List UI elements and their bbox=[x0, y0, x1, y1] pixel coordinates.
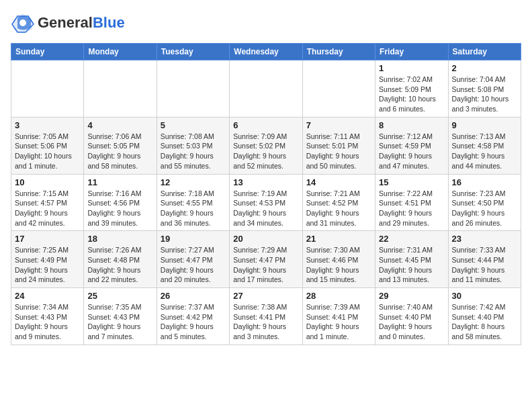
day-cell bbox=[84, 60, 157, 118]
column-header-saturday: Saturday bbox=[448, 44, 521, 60]
day-number: 1 bbox=[379, 63, 444, 73]
day-info: Sunrise: 7:22 AMSunset: 4:51 PMDaylight:… bbox=[379, 189, 444, 228]
day-number: 15 bbox=[379, 177, 444, 187]
day-cell: 19Sunrise: 7:27 AMSunset: 4:47 PMDayligh… bbox=[157, 231, 229, 288]
week-row-4: 17Sunrise: 7:25 AMSunset: 4:49 PMDayligh… bbox=[11, 231, 521, 288]
day-info: Sunrise: 7:31 AMSunset: 4:45 PMDaylight:… bbox=[379, 245, 444, 285]
day-number: 20 bbox=[233, 234, 298, 244]
day-number: 21 bbox=[306, 234, 371, 244]
day-cell: 6Sunrise: 7:09 AMSunset: 5:02 PMDaylight… bbox=[230, 117, 302, 174]
day-cell: 7Sunrise: 7:11 AMSunset: 5:01 PMDaylight… bbox=[302, 117, 375, 174]
day-number: 25 bbox=[87, 291, 152, 301]
day-cell: 5Sunrise: 7:08 AMSunset: 5:03 PMDaylight… bbox=[157, 117, 229, 174]
column-header-tuesday: Tuesday bbox=[157, 44, 229, 60]
day-info: Sunrise: 7:23 AMSunset: 4:50 PMDaylight:… bbox=[452, 189, 517, 228]
day-info: Sunrise: 7:40 AMSunset: 4:40 PMDaylight:… bbox=[379, 302, 444, 342]
logo-icon bbox=[11, 11, 35, 35]
day-info: Sunrise: 7:39 AMSunset: 4:41 PMDaylight:… bbox=[306, 302, 371, 342]
day-number: 19 bbox=[161, 234, 226, 244]
day-info: Sunrise: 7:37 AMSunset: 4:42 PMDaylight:… bbox=[161, 302, 226, 342]
day-info: Sunrise: 7:12 AMSunset: 4:59 PMDaylight:… bbox=[379, 132, 444, 171]
day-number: 12 bbox=[161, 177, 226, 187]
day-info: Sunrise: 7:42 AMSunset: 4:40 PMDaylight:… bbox=[452, 302, 517, 342]
column-header-friday: Friday bbox=[375, 44, 448, 60]
svg-point-3 bbox=[19, 19, 26, 26]
day-number: 3 bbox=[15, 120, 80, 130]
day-number: 8 bbox=[379, 120, 444, 130]
day-cell: 17Sunrise: 7:25 AMSunset: 4:49 PMDayligh… bbox=[11, 231, 84, 288]
logo-text: GeneralBlue bbox=[38, 15, 125, 31]
week-row-2: 3Sunrise: 7:05 AMSunset: 5:06 PMDaylight… bbox=[11, 117, 521, 174]
day-cell: 27Sunrise: 7:38 AMSunset: 4:41 PMDayligh… bbox=[230, 288, 302, 345]
day-info: Sunrise: 7:04 AMSunset: 5:08 PMDaylight:… bbox=[452, 75, 517, 114]
day-cell bbox=[157, 60, 229, 118]
column-header-wednesday: Wednesday bbox=[230, 44, 302, 60]
week-row-1: 1Sunrise: 7:02 AMSunset: 5:09 PMDaylight… bbox=[11, 60, 521, 118]
column-header-monday: Monday bbox=[84, 44, 157, 60]
day-cell: 10Sunrise: 7:15 AMSunset: 4:57 PMDayligh… bbox=[11, 174, 84, 231]
day-number: 11 bbox=[87, 177, 152, 187]
day-cell: 24Sunrise: 7:34 AMSunset: 4:43 PMDayligh… bbox=[11, 288, 84, 345]
day-cell: 9Sunrise: 7:13 AMSunset: 4:58 PMDaylight… bbox=[448, 117, 521, 174]
day-info: Sunrise: 7:29 AMSunset: 4:47 PMDaylight:… bbox=[233, 245, 298, 285]
day-cell: 18Sunrise: 7:26 AMSunset: 4:48 PMDayligh… bbox=[84, 231, 157, 288]
day-info: Sunrise: 7:05 AMSunset: 5:06 PMDaylight:… bbox=[15, 132, 80, 171]
day-cell: 22Sunrise: 7:31 AMSunset: 4:45 PMDayligh… bbox=[375, 231, 448, 288]
logo-blue: Blue bbox=[93, 14, 125, 31]
day-number: 22 bbox=[379, 234, 444, 244]
day-number: 2 bbox=[452, 63, 517, 73]
day-number: 28 bbox=[306, 291, 371, 301]
day-cell: 4Sunrise: 7:06 AMSunset: 5:05 PMDaylight… bbox=[84, 117, 157, 174]
day-cell: 8Sunrise: 7:12 AMSunset: 4:59 PMDaylight… bbox=[375, 117, 448, 174]
day-number: 13 bbox=[233, 177, 298, 187]
day-info: Sunrise: 7:27 AMSunset: 4:47 PMDaylight:… bbox=[161, 245, 226, 285]
day-info: Sunrise: 7:13 AMSunset: 4:58 PMDaylight:… bbox=[452, 132, 517, 171]
day-cell: 26Sunrise: 7:37 AMSunset: 4:42 PMDayligh… bbox=[157, 288, 229, 345]
day-number: 24 bbox=[15, 291, 80, 301]
day-cell: 12Sunrise: 7:18 AMSunset: 4:55 PMDayligh… bbox=[157, 174, 229, 231]
day-number: 14 bbox=[306, 177, 371, 187]
day-cell: 14Sunrise: 7:21 AMSunset: 4:52 PMDayligh… bbox=[302, 174, 375, 231]
day-info: Sunrise: 7:34 AMSunset: 4:43 PMDaylight:… bbox=[15, 302, 80, 342]
day-number: 9 bbox=[452, 120, 517, 130]
day-cell: 2Sunrise: 7:04 AMSunset: 5:08 PMDaylight… bbox=[448, 60, 521, 118]
day-number: 6 bbox=[233, 120, 298, 130]
day-cell: 25Sunrise: 7:35 AMSunset: 4:43 PMDayligh… bbox=[84, 288, 157, 345]
day-info: Sunrise: 7:21 AMSunset: 4:52 PMDaylight:… bbox=[306, 189, 371, 228]
day-info: Sunrise: 7:19 AMSunset: 4:53 PMDaylight:… bbox=[233, 189, 298, 228]
day-info: Sunrise: 7:15 AMSunset: 4:57 PMDaylight:… bbox=[15, 189, 80, 228]
week-row-5: 24Sunrise: 7:34 AMSunset: 4:43 PMDayligh… bbox=[11, 288, 521, 345]
day-number: 10 bbox=[15, 177, 80, 187]
calendar-header-row: SundayMondayTuesdayWednesdayThursdayFrid… bbox=[11, 44, 521, 60]
day-cell: 13Sunrise: 7:19 AMSunset: 4:53 PMDayligh… bbox=[230, 174, 302, 231]
header: GeneralBlue bbox=[11, 11, 521, 35]
day-info: Sunrise: 7:26 AMSunset: 4:48 PMDaylight:… bbox=[87, 245, 152, 285]
day-cell: 1Sunrise: 7:02 AMSunset: 5:09 PMDaylight… bbox=[375, 60, 448, 118]
logo: GeneralBlue bbox=[11, 11, 125, 35]
day-number: 5 bbox=[161, 120, 226, 130]
day-info: Sunrise: 7:16 AMSunset: 4:56 PMDaylight:… bbox=[87, 189, 152, 228]
day-number: 29 bbox=[379, 291, 444, 301]
day-info: Sunrise: 7:02 AMSunset: 5:09 PMDaylight:… bbox=[379, 75, 444, 114]
day-number: 30 bbox=[452, 291, 517, 301]
day-cell: 28Sunrise: 7:39 AMSunset: 4:41 PMDayligh… bbox=[302, 288, 375, 345]
day-cell: 21Sunrise: 7:30 AMSunset: 4:46 PMDayligh… bbox=[302, 231, 375, 288]
day-cell: 30Sunrise: 7:42 AMSunset: 4:40 PMDayligh… bbox=[448, 288, 521, 345]
day-cell: 15Sunrise: 7:22 AMSunset: 4:51 PMDayligh… bbox=[375, 174, 448, 231]
day-cell: 3Sunrise: 7:05 AMSunset: 5:06 PMDaylight… bbox=[11, 117, 84, 174]
day-number: 16 bbox=[452, 177, 517, 187]
day-info: Sunrise: 7:18 AMSunset: 4:55 PMDaylight:… bbox=[161, 189, 226, 228]
column-header-thursday: Thursday bbox=[302, 44, 375, 60]
day-cell: 29Sunrise: 7:40 AMSunset: 4:40 PMDayligh… bbox=[375, 288, 448, 345]
day-cell: 23Sunrise: 7:33 AMSunset: 4:44 PMDayligh… bbox=[448, 231, 521, 288]
day-info: Sunrise: 7:09 AMSunset: 5:02 PMDaylight:… bbox=[233, 132, 298, 171]
day-cell: 20Sunrise: 7:29 AMSunset: 4:47 PMDayligh… bbox=[230, 231, 302, 288]
day-number: 18 bbox=[87, 234, 152, 244]
column-header-sunday: Sunday bbox=[11, 44, 84, 60]
day-number: 4 bbox=[87, 120, 152, 130]
day-info: Sunrise: 7:11 AMSunset: 5:01 PMDaylight:… bbox=[306, 132, 371, 171]
day-info: Sunrise: 7:06 AMSunset: 5:05 PMDaylight:… bbox=[87, 132, 152, 171]
day-info: Sunrise: 7:08 AMSunset: 5:03 PMDaylight:… bbox=[161, 132, 226, 171]
day-info: Sunrise: 7:38 AMSunset: 4:41 PMDaylight:… bbox=[233, 302, 298, 342]
day-cell bbox=[11, 60, 84, 118]
